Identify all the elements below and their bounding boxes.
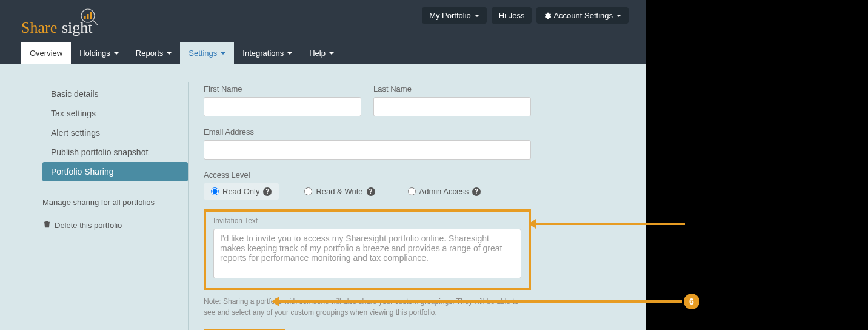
tab-label: Overview: [30, 49, 62, 58]
svg-text:sight: sight: [62, 19, 93, 36]
sidebar-item-tax[interactable]: Tax settings: [42, 104, 188, 123]
access-read-radio[interactable]: [211, 187, 219, 195]
vertical-divider: [188, 82, 189, 330]
tab-label: Reports: [136, 49, 164, 58]
svg-text:Share: Share: [21, 19, 57, 36]
tab-reports[interactable]: Reports: [127, 42, 181, 64]
caret-down-icon: [221, 52, 225, 55]
tab-label: Integrations: [242, 49, 284, 58]
delete-portfolio-link[interactable]: Delete this portfolio: [55, 221, 122, 230]
last-name-label: Last Name: [373, 84, 531, 93]
my-portfolio-label: My Portfolio: [429, 11, 471, 20]
first-name-label: First Name: [204, 84, 361, 93]
account-settings-dropdown[interactable]: Account Settings: [536, 7, 629, 24]
help-icon[interactable]: ?: [367, 187, 375, 196]
gear-icon: [544, 12, 551, 19]
help-icon[interactable]: ?: [263, 187, 272, 196]
caret-down-icon: [114, 52, 119, 55]
access-admin[interactable]: Admin Access ?: [401, 183, 489, 200]
tab-holdings[interactable]: Holdings: [71, 42, 127, 64]
manage-sharing-link-row: Manage sharing for all portfolios: [42, 192, 188, 212]
tab-label: Help: [309, 49, 326, 58]
svg-line-1: [93, 20, 98, 25]
caret-down-icon: [329, 52, 334, 55]
sidebar-item-alert[interactable]: Alert settings: [42, 123, 188, 143]
access-level-label: Access Level: [204, 170, 531, 180]
tab-help[interactable]: Help: [301, 42, 342, 64]
tab-integrations[interactable]: Integrations: [234, 42, 301, 64]
caret-down-icon: [287, 52, 292, 55]
invitation-box: Invitation Text: [204, 209, 531, 290]
annotation-step-number: 6: [684, 294, 699, 309]
first-name-input[interactable]: [204, 97, 361, 116]
last-name-input[interactable]: [373, 97, 531, 116]
email-input[interactable]: [204, 140, 531, 160]
trash-icon: [42, 220, 51, 230]
caret-down-icon: [167, 52, 172, 55]
sharing-note: Note: Sharing a portfolio with someone w…: [204, 296, 519, 318]
greeting-label: Hi Jess: [499, 11, 525, 20]
caret-down-icon: [616, 15, 621, 17]
access-read-label: Read Only: [222, 187, 259, 196]
access-admin-radio[interactable]: [408, 187, 416, 195]
main-tabs: Overview Holdings Reports Settings Integ…: [21, 42, 342, 64]
manage-sharing-link[interactable]: Manage sharing for all portfolios: [42, 198, 155, 207]
invitation-textarea[interactable]: [213, 229, 521, 278]
annotation-arrow-invitation: [536, 223, 685, 225]
sharing-form: First Name Last Name Email Address Acces…: [204, 76, 531, 330]
tab-settings[interactable]: Settings: [180, 42, 234, 64]
access-admin-label: Admin Access: [419, 187, 469, 196]
tab-label: Holdings: [79, 49, 110, 58]
tab-overview[interactable]: Overview: [21, 42, 71, 64]
access-rw-radio[interactable]: [304, 187, 312, 195]
settings-sidebar: Basic details Tax settings Alert setting…: [42, 76, 188, 330]
sidebar-item-publish[interactable]: Publish portfolio snapshot: [42, 143, 188, 162]
email-label: Email Address: [204, 127, 531, 136]
tab-label: Settings: [189, 49, 217, 58]
my-portfolio-dropdown[interactable]: My Portfolio: [422, 7, 487, 24]
logo: Share sight: [21, 7, 100, 39]
help-icon[interactable]: ?: [472, 187, 481, 196]
access-read-write[interactable]: Read & Write ?: [297, 183, 382, 200]
caret-down-icon: [475, 15, 479, 17]
delete-portfolio-row: Delete this portfolio: [42, 215, 188, 235]
greeting-button[interactable]: Hi Jess: [492, 7, 532, 24]
account-settings-label: Account Settings: [553, 11, 613, 20]
access-read-only[interactable]: Read Only ?: [204, 183, 279, 200]
top-nav: My Portfolio Hi Jess Account Settings: [422, 7, 629, 24]
header: Share sight My Portfolio Hi Jess Account…: [0, 0, 646, 64]
sidebar-item-sharing[interactable]: Portfolio Sharing: [42, 162, 188, 181]
sidebar-item-basic[interactable]: Basic details: [42, 84, 188, 104]
access-rw-label: Read & Write: [316, 187, 362, 196]
annotation-arrow-share: [279, 300, 682, 303]
invitation-label: Invitation Text: [213, 217, 521, 225]
